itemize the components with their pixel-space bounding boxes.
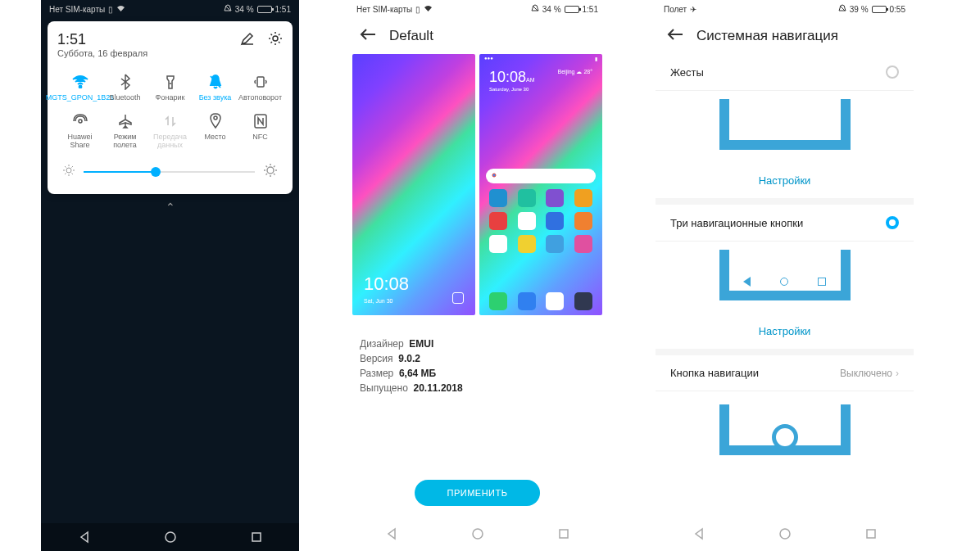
- app-yandex[interactable]: ЯЯндекс: [246, 357, 282, 404]
- status-time: 0:55: [890, 5, 905, 14]
- phone-system-navigation: Полет✈ 39 %0:55 Системная навигация Жест…: [656, 0, 914, 551]
- brightness-slider[interactable]: [57, 155, 283, 184]
- page-header: Default: [348, 18, 606, 54]
- mute-icon: [838, 4, 846, 14]
- status-time: 1:51: [275, 5, 291, 14]
- dock-messages[interactable]: [122, 484, 158, 520]
- svg-point-11: [256, 499, 263, 506]
- dock-phone[interactable]: [62, 484, 98, 520]
- three-button-preview: [719, 250, 851, 309]
- nav-bar: [656, 520, 914, 551]
- nav-recent[interactable]: [865, 528, 877, 543]
- tile-mute[interactable]: Без звука: [193, 68, 238, 107]
- three-button-settings-link[interactable]: Настройки: [656, 314, 914, 349]
- svg-point-3: [79, 120, 82, 123]
- dock-browser[interactable]: Y: [182, 484, 218, 520]
- svg-rect-17: [560, 530, 568, 538]
- radio-selected[interactable]: [886, 216, 899, 229]
- nav-back[interactable]: [692, 527, 706, 544]
- nav-home[interactable]: [778, 527, 792, 544]
- nav-home[interactable]: [471, 527, 484, 544]
- svg-point-12: [166, 532, 175, 542]
- sim-icon: ▯: [108, 5, 113, 14]
- app-google-folder[interactable]: Google: [62, 413, 98, 460]
- svg-point-6: [66, 168, 71, 173]
- bluetooth-icon: [116, 73, 134, 91]
- tile-label: Автоповорот: [238, 94, 282, 102]
- preview-homescreen[interactable]: ●●●▮ 10:08AM Saturday, June 30 Beijing ☁…: [479, 54, 602, 315]
- app-phone-manager[interactable]: Диспетчер телефона: [58, 357, 130, 404]
- qs-tiles: MGTS_GPON_1B21 Bluetooth Фонарик Без зву…: [57, 68, 283, 155]
- nav-bar: [348, 520, 606, 551]
- svg-point-1: [79, 86, 81, 88]
- nav-home[interactable]: [164, 531, 177, 547]
- flashlight-icon: [161, 73, 179, 91]
- gear-icon[interactable]: [268, 31, 283, 49]
- mute-icon: [224, 4, 232, 14]
- back-button[interactable]: [360, 28, 376, 44]
- app-themes[interactable]: Темы: [145, 357, 181, 404]
- svg-point-4: [214, 116, 217, 120]
- page-header: Системная навигация: [656, 18, 914, 54]
- airplane-icon: ✈: [690, 5, 696, 14]
- radio-unchecked[interactable]: [886, 65, 899, 79]
- battery-pct: 39 %: [850, 5, 869, 14]
- app-gallery[interactable]: Галерея: [242, 413, 278, 460]
- share-icon: [71, 112, 89, 130]
- nav-recent-icon: [818, 278, 826, 286]
- nav-back-icon: [743, 277, 751, 287]
- back-button[interactable]: [667, 28, 683, 44]
- dock-camera[interactable]: [242, 484, 278, 520]
- apply-button[interactable]: ПРИМЕНИТЬ: [415, 480, 541, 506]
- nav-recent[interactable]: [558, 528, 569, 543]
- search-bar: [486, 169, 596, 183]
- app-play-store[interactable]: Play Маркет: [120, 413, 161, 460]
- carrier-label: Нет SIM-карты: [356, 5, 412, 14]
- tile-label: Место: [204, 133, 225, 142]
- camera-icon: [452, 292, 464, 304]
- nav-back[interactable]: [385, 527, 398, 544]
- airplane-icon: [116, 112, 134, 130]
- edit-icon[interactable]: [240, 31, 255, 49]
- app-music[interactable]: Музыка: [195, 357, 231, 404]
- gestures-settings-link[interactable]: Настройки: [656, 163, 914, 198]
- brightness-high-icon: [263, 163, 278, 181]
- tile-bluetooth[interactable]: Bluetooth: [102, 68, 147, 107]
- nav-back[interactable]: [78, 531, 91, 547]
- svg-point-9: [194, 424, 209, 439]
- nav-recent[interactable]: [251, 531, 262, 546]
- option-three-buttons[interactable]: Три навигационные кнопки: [656, 205, 914, 242]
- sim-icon: ▯: [415, 5, 420, 14]
- battery-pct: 34 %: [235, 5, 254, 14]
- svg-point-16: [473, 529, 483, 539]
- tile-label: Передача данных: [147, 133, 193, 150]
- tile-location[interactable]: Место: [193, 107, 238, 155]
- tile-nfc[interactable]: NFC: [238, 107, 283, 155]
- qs-date: Суббота, 16 февраля: [57, 48, 147, 58]
- gesture-preview: [719, 99, 851, 158]
- tile-autorotate[interactable]: Автоповорот: [238, 68, 283, 107]
- option-nav-button[interactable]: Кнопка навигации Выключено›: [656, 355, 914, 391]
- svg-point-0: [273, 36, 278, 41]
- tile-huawei-share[interactable]: Huawei Share: [57, 107, 102, 155]
- mute-icon: [206, 73, 225, 91]
- location-icon: [206, 112, 225, 130]
- quick-settings-panel: 1:51 Суббота, 16 февраля MGTS_GPON_1B21 …: [48, 21, 293, 194]
- tile-wifi[interactable]: MGTS_GPON_1B21: [57, 68, 102, 107]
- tile-flashlight[interactable]: Фонарик: [147, 68, 193, 107]
- nav-bar: [41, 523, 299, 551]
- option-gestures[interactable]: Жесты: [656, 54, 914, 91]
- app-settings[interactable]: Настройки: [184, 413, 220, 460]
- status-bar: Нет SIM-карты▯ 34 %1:51: [348, 0, 606, 18]
- chevron-right-icon: ›: [896, 368, 899, 379]
- status-time: 1:51: [583, 5, 598, 14]
- page-title: Системная навигация: [696, 28, 838, 44]
- expand-handle[interactable]: ⌃: [41, 197, 299, 214]
- svg-point-7: [267, 167, 274, 174]
- brightness-low-icon: [62, 164, 75, 180]
- tile-data[interactable]: Передача данных: [147, 107, 193, 155]
- preview-lockscreen[interactable]: 10:08 Sat, Jun 30: [352, 54, 475, 315]
- svg-rect-19: [867, 530, 875, 538]
- nav-home-icon: [780, 278, 788, 286]
- tile-airplane[interactable]: Режим полета: [102, 107, 147, 155]
